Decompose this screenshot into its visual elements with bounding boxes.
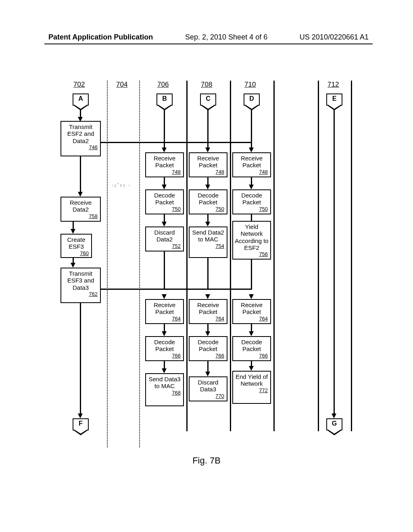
- step-ref: 768: [148, 390, 181, 396]
- header-mid: Sep. 2, 2010 Sheet 4 of 6: [185, 33, 267, 42]
- flowline: [101, 142, 252, 143]
- flowline: [164, 287, 165, 289]
- header-left: Patent Application Publication: [48, 33, 153, 42]
- step-receive-packet-764: Receive Packet764: [232, 299, 271, 324]
- connector-D: D: [244, 94, 260, 106]
- step-ref: 750: [148, 206, 181, 212]
- lane-divider: [230, 81, 231, 431]
- step-text: Receive Packet: [241, 301, 263, 315]
- step-decode-packet: Decode Packet750: [232, 189, 271, 214]
- step-transmit-esf3-data3: Transmit ESF3 and Data3762: [60, 268, 101, 303]
- lane-divider: [273, 81, 275, 431]
- arrow: [164, 251, 165, 289]
- lane-divider: [351, 81, 352, 431]
- arrowhead-icon: [205, 185, 210, 189]
- step-text: Receive Packet: [241, 155, 263, 168]
- step-text: Receive Packet: [154, 155, 175, 168]
- lane-label-710: 710: [244, 81, 256, 89]
- step-receive-data2: Receive Data2758: [60, 197, 101, 222]
- arrow: [73, 222, 74, 230]
- lane-label-708: 708: [201, 81, 212, 89]
- connector-B-label: B: [162, 95, 167, 102]
- connector-C-label: C: [206, 95, 211, 102]
- step-text: Yield Network According to ESF2: [235, 223, 268, 251]
- flowline: [101, 289, 252, 290]
- arrowhead-icon: [249, 331, 254, 336]
- step-text: Receive Packet: [197, 301, 219, 315]
- lane-divider-dotted: [139, 81, 140, 447]
- arrowhead-icon: [332, 414, 336, 418]
- step-ref: 764: [191, 316, 225, 322]
- step-text: Receive Packet: [154, 301, 175, 315]
- arrow: [164, 214, 165, 222]
- step-text: Decode Packet: [241, 339, 262, 352]
- arrowhead-icon: [162, 294, 167, 299]
- step-text: Decode Packet: [154, 192, 175, 206]
- connector-E: E: [326, 94, 342, 106]
- lane-label-712: 712: [327, 81, 339, 89]
- lane-divider-dotted: [107, 81, 108, 447]
- step-text: Decode Packet: [241, 192, 262, 206]
- step-ref: 770: [191, 393, 225, 399]
- arrow: [251, 324, 252, 332]
- step-text: Receive Packet: [197, 155, 219, 168]
- arrow: [80, 303, 81, 414]
- step-ref: 750: [191, 206, 225, 212]
- step-transmit-esf2-data2: Transmit ESF2 and Data2 746: [60, 121, 101, 156]
- step-text: Decode Packet: [198, 192, 219, 206]
- step-receive-packet: Receive Packet748: [232, 152, 271, 177]
- arrowhead-icon: [205, 372, 210, 376]
- arrowhead-icon: [71, 229, 75, 234]
- step-text: Receive Data2: [70, 199, 92, 213]
- step-ref: 748: [148, 169, 181, 175]
- arrowhead-icon: [249, 185, 254, 189]
- step-ref: 766: [235, 353, 269, 359]
- step-send-data2-mac: Send Data2 to MAC754: [189, 227, 227, 258]
- arrowhead-icon: [205, 148, 210, 152]
- step-text: Send Data3 to MAC: [148, 376, 180, 389]
- arrow: [207, 177, 209, 185]
- connector-G-label: G: [332, 420, 337, 427]
- flowchart-diagram: 702 704 706 708 710 712 A B C D E Transm…: [60, 81, 351, 451]
- step-ref: 772: [235, 388, 269, 394]
- arrowhead-icon: [249, 294, 254, 299]
- arrowhead-icon: [205, 294, 210, 299]
- scan-artifact: ᵢ₂ʳ₈₅ ᵢ: [112, 181, 131, 188]
- step-receive-packet: Receive Packet748: [189, 152, 227, 177]
- page-header: Patent Application Publication Sep. 2, 2…: [0, 33, 413, 42]
- step-text: Decode Packet: [154, 339, 175, 352]
- step-text: Transmit ESF3 and Data3: [67, 270, 94, 291]
- arrowhead-icon: [162, 331, 167, 336]
- page: Patent Application Publication Sep. 2, 2…: [0, 0, 413, 532]
- step-text: Send Data2 to MAC: [192, 229, 224, 243]
- step-ref: 764: [235, 316, 269, 322]
- step-receive-packet-764: Receive Packet764: [145, 299, 184, 324]
- arrowhead-icon: [162, 222, 167, 227]
- flowline: [207, 140, 209, 143]
- step-ref: 756: [235, 251, 269, 258]
- step-receive-packet: Receive Packet748: [145, 152, 184, 177]
- step-ref: 748: [235, 169, 269, 175]
- step-ref: 766: [148, 353, 181, 359]
- header-right: US 2010/0220661 A1: [300, 33, 369, 42]
- arrowhead-icon: [249, 366, 254, 371]
- step-text: Discard Data2: [154, 229, 175, 243]
- arrow: [164, 361, 165, 369]
- step-ref: 762: [63, 291, 98, 297]
- step-create-esf3: Create ESF3760: [60, 234, 92, 258]
- connector-E-label: E: [332, 95, 337, 102]
- arrowhead-icon: [205, 222, 210, 227]
- arrow: [207, 214, 209, 222]
- step-discard-data3: Discard Data3770: [189, 376, 227, 401]
- step-discard-data2: Discard Data2752: [145, 227, 184, 251]
- step-text: Transmit ESF2 and Data2: [67, 123, 94, 144]
- connector-C: C: [200, 94, 216, 106]
- step-ref: 754: [191, 243, 225, 249]
- step-decode-packet: Decode Packet750: [145, 189, 184, 214]
- arrow: [207, 361, 209, 372]
- step-decode-packet-766: Decode Packet766: [232, 336, 271, 361]
- step-text: Discard Data3: [198, 379, 219, 393]
- step-ref: 766: [191, 353, 225, 359]
- arrowhead-icon: [162, 368, 167, 373]
- step-receive-packet-764: Receive Packet764: [189, 299, 227, 324]
